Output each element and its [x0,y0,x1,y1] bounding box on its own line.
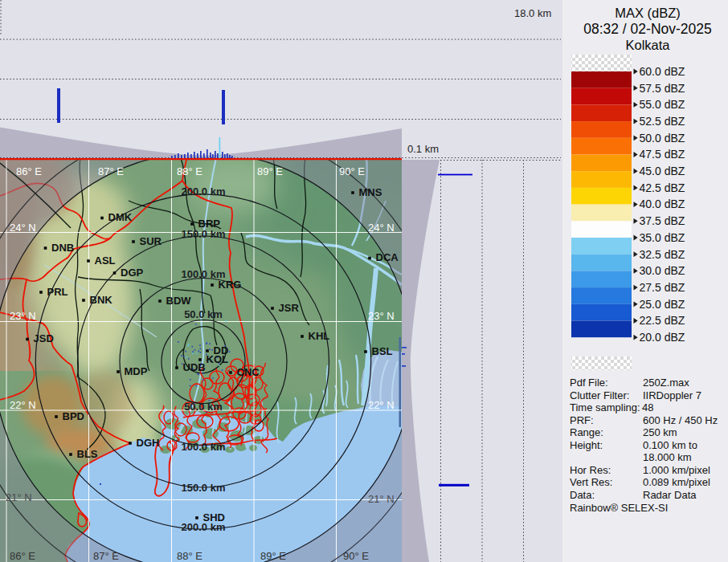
svg-text:47.5 dBZ: 47.5 dBZ [640,148,685,161]
svg-text:ASL: ASL [95,255,116,267]
svg-text:150.0 km: 150.0 km [182,228,226,240]
svg-text:55.0 dBZ: 55.0 dBZ [640,98,685,111]
svg-text:50.0 dBZ: 50.0 dBZ [640,132,685,145]
svg-text:25.0 dBZ: 25.0 dBZ [640,298,685,311]
svg-text:JSD: JSD [34,332,54,344]
svg-text:MDP: MDP [125,365,148,377]
svg-text:52.5 dBZ: 52.5 dBZ [640,115,685,128]
svg-text:20.0 dBZ: 20.0 dBZ [640,331,685,344]
svg-text:Height:: Height: [570,439,603,451]
svg-text:BSL: BSL [372,345,393,357]
svg-text:86° E: 86° E [16,165,42,177]
svg-text:BLS: BLS [77,448,98,460]
svg-text:IIRDoppler 7: IIRDoppler 7 [643,389,701,401]
svg-text:08:32 / 02-Nov-2025: 08:32 / 02-Nov-2025 [583,21,712,37]
svg-text:DMK: DMK [108,211,133,223]
svg-text:250 km: 250 km [643,426,677,438]
svg-text:30.0 dBZ: 30.0 dBZ [640,264,685,277]
svg-text:42.5 dBZ: 42.5 dBZ [640,181,685,194]
svg-text:250Z.max: 250Z.max [643,377,689,389]
svg-text:86° E: 86° E [10,550,35,562]
svg-text:BDW: BDW [166,295,192,307]
svg-text:50.0 km: 50.0 km [184,308,223,320]
svg-text:PRF:: PRF: [570,414,594,426]
svg-text:Kolkata: Kolkata [625,38,670,52]
svg-text:21° N: 21° N [6,491,32,503]
svg-text:89° E: 89° E [260,550,286,562]
svg-text:SHD: SHD [203,511,225,523]
svg-text:Hor Res:: Hor Res: [570,464,611,476]
svg-text:24° N: 24° N [368,222,395,234]
svg-text:Rainbow® SELEX-SI: Rainbow® SELEX-SI [570,502,668,514]
svg-text:22° N: 22° N [10,399,36,411]
svg-text:Pdf File:: Pdf File: [570,377,608,389]
svg-text:DGH: DGH [137,437,160,449]
svg-text:60.0 dBZ: 60.0 dBZ [640,65,685,78]
svg-text:Vert Res:: Vert Res: [570,476,612,488]
svg-text:DGP: DGP [121,267,144,279]
svg-text:CNC: CNC [237,366,260,378]
svg-text:KHL: KHL [309,330,330,342]
svg-text:21° N: 21° N [368,493,395,505]
svg-text:600 Hz / 450 Hz: 600 Hz / 450 Hz [643,414,718,426]
svg-text:18.0 km: 18.0 km [514,7,551,19]
svg-text:MNS: MNS [359,186,382,198]
svg-text:BNK: BNK [90,294,113,306]
svg-text:37.5 dBZ: 37.5 dBZ [640,214,685,227]
svg-text:22.5 dBZ: 22.5 dBZ [640,314,685,327]
svg-text:KOL: KOL [207,353,229,365]
svg-text:MAX (dBZ): MAX (dBZ) [615,6,681,20]
svg-text:50.0 km: 50.0 km [184,401,223,413]
svg-text:87° E: 87° E [93,550,119,562]
svg-text:45.0 dBZ: 45.0 dBZ [640,165,685,177]
svg-text:1.000 km/pixel: 1.000 km/pixel [643,464,710,476]
svg-text:Radar Data: Radar Data [643,489,697,501]
svg-text:BPD: BPD [63,410,84,422]
svg-text:200.0 km: 200.0 km [182,185,226,198]
svg-text:23° N: 23° N [368,310,395,322]
svg-text:27.5 dBZ: 27.5 dBZ [640,281,685,294]
svg-text:23° N: 23° N [10,310,36,322]
svg-text:18.000 km: 18.000 km [643,451,692,463]
svg-text:0.1 km: 0.1 km [407,143,439,155]
svg-text:UDB: UDB [183,361,206,373]
svg-text:24° N: 24° N [10,222,36,234]
svg-text:57.5 dBZ: 57.5 dBZ [640,82,685,95]
svg-text:40.0 dBZ: 40.0 dBZ [640,198,685,210]
svg-text:KRG: KRG [219,279,242,291]
svg-text:JSR: JSR [279,302,300,314]
svg-text:Data:: Data: [570,489,595,501]
svg-text:100.0 km: 100.0 km [182,441,226,453]
svg-text:88° E: 88° E [177,550,202,562]
svg-text:22° N: 22° N [368,399,395,411]
svg-text:SUR: SUR [140,235,162,247]
svg-text:DCA: DCA [376,251,399,263]
svg-text:Time sampling:: Time sampling: [570,401,640,413]
svg-text:BRP: BRP [198,218,221,230]
svg-text:PRL: PRL [47,286,68,298]
svg-text:90° E: 90° E [339,165,365,177]
svg-text:32.5 dBZ: 32.5 dBZ [640,248,685,261]
svg-text:48: 48 [642,401,653,413]
svg-text:Clutter Filter:: Clutter Filter: [570,389,629,401]
svg-text:0.100 km to: 0.100 km to [643,439,697,451]
svg-text:87° E: 87° E [98,165,124,177]
svg-text:150.0 km: 150.0 km [182,482,226,494]
svg-text:0.089 km/pixel: 0.089 km/pixel [643,476,710,488]
svg-text:35.0 dBZ: 35.0 dBZ [640,231,685,244]
svg-text:DNB: DNB [51,242,74,254]
svg-text:Range:: Range: [570,426,603,438]
svg-text:88° E: 88° E [177,165,202,177]
svg-text:90° E: 90° E [343,550,369,562]
svg-text:89° E: 89° E [257,165,283,177]
